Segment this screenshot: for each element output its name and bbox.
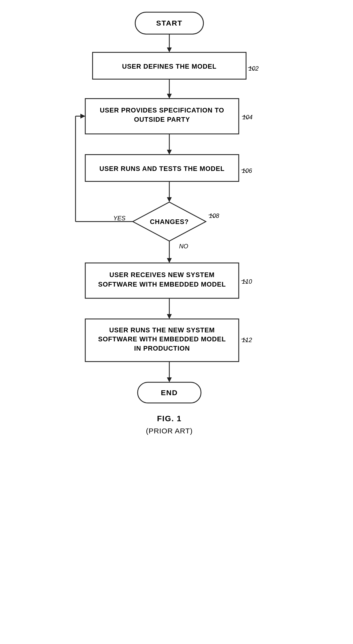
ref108: 108 xyxy=(209,212,219,219)
ref102: 102 xyxy=(248,65,259,72)
step112-label-line2: SOFTWARE WITH EMBEDDED MODEL xyxy=(98,336,226,343)
step110-label-line2: SOFTWARE WITH EMBEDDED MODEL xyxy=(98,281,226,288)
yes-label: YES xyxy=(113,215,125,222)
svg-rect-0 xyxy=(0,0,353,604)
step112-label-line3: IN PRODUCTION xyxy=(134,345,190,352)
step108-label: CHANGES? xyxy=(150,218,189,226)
step104-label-line2: OUTSIDE PARTY xyxy=(134,116,190,123)
ref106: 106 xyxy=(242,167,252,174)
diagram-container: START USER DEFINES THE MODEL 102 USER PR… xyxy=(0,0,353,644)
start-label: START xyxy=(156,19,182,27)
no-label: NO xyxy=(179,243,188,250)
ref104: 104 xyxy=(242,114,253,120)
flowchart-svg: START USER DEFINES THE MODEL 102 USER PR… xyxy=(0,0,353,604)
end-label: END xyxy=(161,388,178,397)
step106-label: USER RUNS AND TESTS THE MODEL xyxy=(99,165,225,172)
fig-title: FIG. 1 xyxy=(157,414,182,423)
step110-label-line1: USER RECEIVES NEW SYSTEM xyxy=(109,271,215,278)
step112-label-line1: USER RUNS THE NEW SYSTEM xyxy=(109,326,215,334)
step102-label: USER DEFINES THE MODEL xyxy=(122,63,217,70)
fig-subtitle: (PRIOR ART) xyxy=(146,427,193,435)
ref112: 112 xyxy=(242,336,252,343)
ref110: 110 xyxy=(242,278,252,285)
step104-label-line1: USER PROVIDES SPECIFICATION TO xyxy=(100,107,224,114)
